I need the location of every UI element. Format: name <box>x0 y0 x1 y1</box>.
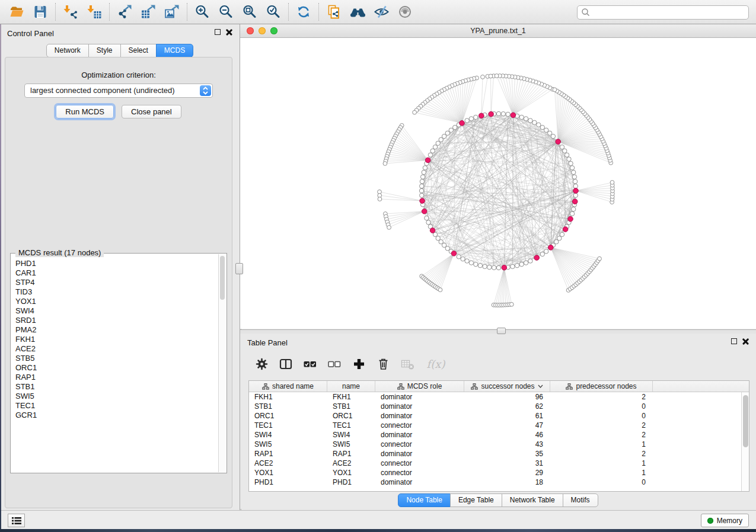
graph-hub-node[interactable] <box>420 198 425 204</box>
table-cell[interactable]: SWI5 <box>249 440 327 449</box>
refresh-view-button[interactable] <box>292 2 315 21</box>
mcds-result-item[interactable]: STP4 <box>15 278 218 287</box>
graph-hub-node[interactable] <box>489 111 494 117</box>
save-session-button[interactable] <box>28 2 52 21</box>
graph-leaf-node[interactable] <box>489 74 493 78</box>
table-row[interactable]: TEC1TEC1connector472 <box>249 421 741 430</box>
graph-node[interactable] <box>465 118 469 123</box>
graph-node[interactable] <box>492 265 496 270</box>
table-cell[interactable]: RAP1 <box>249 449 327 459</box>
mcds-result-item[interactable]: TEC1 <box>15 401 218 411</box>
table-cell[interactable]: 18 <box>464 477 550 487</box>
table-cell[interactable]: TEC1 <box>327 421 375 430</box>
mcds-result-item[interactable]: PHD1 <box>15 259 218 268</box>
table-row[interactable]: ACE2ACE2connector311 <box>249 459 741 468</box>
network-canvas[interactable] <box>240 38 756 329</box>
graph-node[interactable] <box>528 118 532 123</box>
mcds-result-item[interactable]: TID3 <box>15 287 218 297</box>
table-cell[interactable]: YOX1 <box>249 468 327 477</box>
search-field[interactable] <box>577 5 749 20</box>
table-row[interactable]: STB1STB1dominator620 <box>249 402 741 411</box>
graph-node[interactable] <box>532 120 537 124</box>
graph-leaf-node[interactable] <box>438 288 442 292</box>
table-row[interactable]: YOX1YOX1connector291 <box>249 468 741 477</box>
mcds-result-item[interactable]: SRD1 <box>15 316 218 325</box>
float-panel-button[interactable] <box>215 29 221 35</box>
graph-node[interactable] <box>524 261 528 265</box>
table-cell[interactable]: 47 <box>464 421 550 430</box>
graph-node[interactable] <box>573 184 578 188</box>
graph-hub-node[interactable] <box>451 251 457 257</box>
table-cell[interactable]: YOX1 <box>327 468 375 477</box>
graph-node[interactable] <box>423 166 427 170</box>
vertical-splitter-grip[interactable] <box>235 263 243 274</box>
mcds-list-scrollbar[interactable] <box>218 254 226 472</box>
mcds-result-item[interactable]: YOX1 <box>15 297 218 306</box>
zoom-in-button[interactable] <box>190 2 214 21</box>
run-mcds-button[interactable]: Run MCDS <box>56 105 114 118</box>
graph-node[interactable] <box>465 259 469 263</box>
select-all-rows-button[interactable] <box>303 357 317 371</box>
graph-node[interactable] <box>420 184 424 188</box>
graph-node[interactable] <box>457 255 461 259</box>
graph-node[interactable] <box>474 262 478 266</box>
graph-leaf-node[interactable] <box>598 257 602 261</box>
graph-node[interactable] <box>572 175 576 179</box>
graph-hub-node[interactable] <box>460 121 465 126</box>
zoom-selected-button[interactable] <box>261 2 285 21</box>
graph-leaf-node[interactable] <box>481 75 485 79</box>
table-cell[interactable]: 43 <box>464 440 550 449</box>
mcds-result-item[interactable]: STB5 <box>15 354 218 363</box>
zoom-fit-button[interactable] <box>238 2 261 21</box>
create-column-button[interactable] <box>352 357 366 371</box>
import-network-button[interactable] <box>59 2 82 21</box>
graph-hub-node[interactable] <box>430 228 435 233</box>
graph-node[interactable] <box>428 153 432 157</box>
graph-leaf-node[interactable] <box>387 226 391 230</box>
graph-node[interactable] <box>519 115 524 119</box>
table-cell[interactable]: STB1 <box>249 402 327 411</box>
table-cell[interactable]: 2 <box>550 392 653 402</box>
table-cell[interactable]: 1 <box>550 440 653 449</box>
graph-node[interactable] <box>487 265 492 269</box>
mcds-result-item[interactable]: PMA2 <box>15 325 218 335</box>
table-cell[interactable]: FKH1 <box>327 392 375 402</box>
graph-node[interactable] <box>570 211 574 216</box>
hide-graphics-details-button[interactable] <box>369 2 393 21</box>
graph-hub-node[interactable] <box>572 199 578 204</box>
close-panel-button-mcds[interactable]: Close panel <box>122 105 181 118</box>
graph-leaf-node[interactable] <box>610 181 614 185</box>
graph-hub-node[interactable] <box>556 139 561 145</box>
table-cell[interactable]: dominator <box>375 477 464 487</box>
close-panel-button[interactable] <box>226 28 232 35</box>
graph-hub-node[interactable] <box>568 216 573 222</box>
graph-hub-node[interactable] <box>573 188 579 194</box>
graph-node[interactable] <box>572 170 576 174</box>
graph-hub-node[interactable] <box>425 158 430 163</box>
tab-edge-table[interactable]: Edge Table <box>450 493 502 507</box>
optimization-criterion-select[interactable]: largest connected component (undirected) <box>24 84 213 98</box>
window-maximize-button[interactable] <box>270 27 277 34</box>
graph-node[interactable] <box>425 216 429 220</box>
graph-leaf-node[interactable] <box>383 162 387 166</box>
graph-node[interactable] <box>567 157 571 161</box>
table-cell[interactable]: 62 <box>464 402 550 411</box>
graph-node[interactable] <box>570 166 574 170</box>
mcds-result-item[interactable]: SWI4 <box>15 306 218 316</box>
mcds-result-item[interactable]: SWI5 <box>15 392 218 401</box>
graph-node[interactable] <box>524 117 528 121</box>
export-image-button[interactable] <box>160 2 184 21</box>
window-close-button[interactable] <box>247 27 254 34</box>
graph-node[interactable] <box>426 220 430 225</box>
table-cell[interactable]: 46 <box>464 430 550 440</box>
mcds-result-item[interactable]: RAP1 <box>15 373 218 382</box>
table-scrollbar[interactable] <box>741 392 749 491</box>
graph-leaf-node[interactable] <box>413 110 417 114</box>
table-cell[interactable]: 2 <box>550 430 653 440</box>
scrollbar-thumb[interactable] <box>743 395 748 447</box>
table-cell[interactable]: 0 <box>550 411 653 421</box>
column-header-predecessor-nodes[interactable]: predecessor nodes <box>550 381 653 392</box>
table-cell[interactable]: dominator <box>375 430 464 440</box>
table-cell[interactable]: dominator <box>375 392 464 402</box>
graph-node[interactable] <box>483 264 487 268</box>
